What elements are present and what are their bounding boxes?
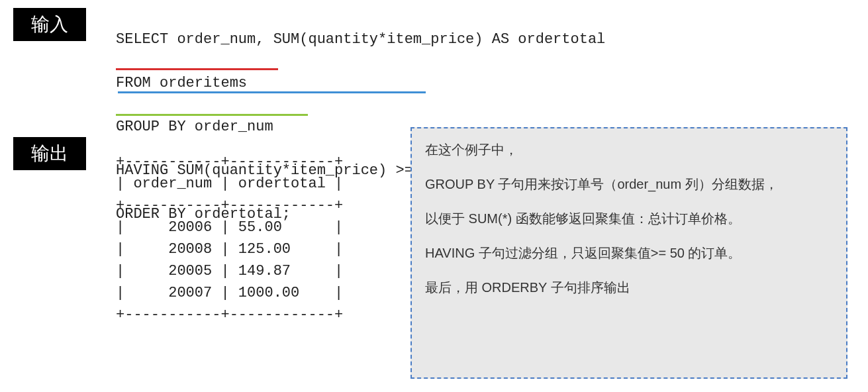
table-row: | 20007 | 1000.00 | [116,285,343,301]
input-label: 输入 [13,8,86,41]
explanation-line: 在这个例子中， [425,140,833,159]
sql-line-select: SELECT order_num, SUM(quantity*item_pric… [116,28,605,50]
explanation-line: 以便于 SUM(*) 函数能够返回聚集值：总计订单价格。 [425,209,833,228]
underline-red-icon [116,68,278,70]
table-row: | 20006 | 55.00 | [116,219,343,236]
output-table-block: +-----------+------------+ | order_num |… [116,129,343,326]
table-header: | order_num | ordertotal | [116,175,343,192]
output-label: 输出 [13,137,86,170]
table-row: | 20008 | 125.00 | [116,241,343,258]
explanation-line: HAVING 子句过滤分组，只返回聚集值>= 50 的订单。 [425,244,833,262]
table-row: | 20005 | 149.87 | [116,263,343,279]
underline-green-icon [116,114,308,116]
explanation-line: GROUP BY 子句用来按订单号（order_num 列）分组数据， [425,175,833,193]
table-border: +-----------+------------+ [116,307,343,323]
underline-blue-icon [118,91,426,93]
explanation-line: 最后，用 ORDERBY 子句排序输出 [425,278,833,297]
explanation-box: 在这个例子中， GROUP BY 子句用来按订单号（order_num 列）分组… [410,127,847,379]
table-border: +-----------+------------+ [116,154,343,170]
table-border: +-----------+------------+ [116,197,343,214]
